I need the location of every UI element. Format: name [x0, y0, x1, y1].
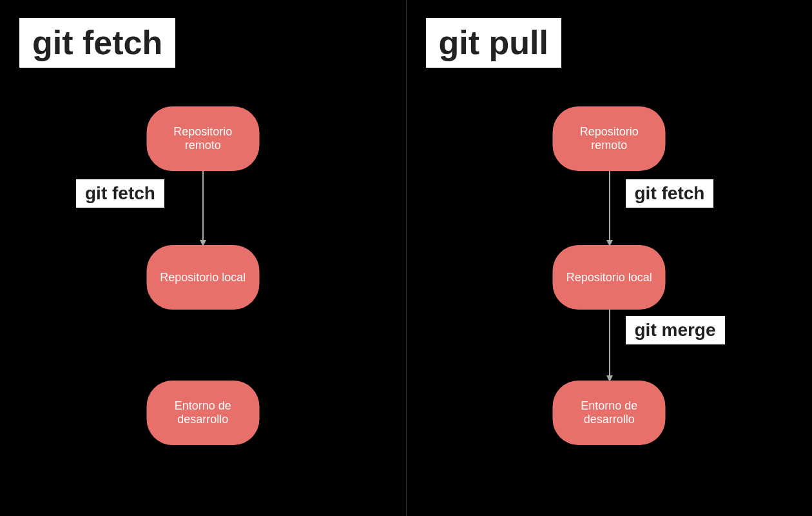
right-local-node: Repositorio local [553, 245, 666, 310]
left-fetch-label: git fetch [76, 179, 164, 208]
left-remote-node: Repositorio remoto [146, 106, 259, 171]
git-fetch-title-box: git fetch [19, 18, 175, 68]
git-pull-title: git pull [439, 24, 548, 61]
git-pull-title-box: git pull [426, 18, 561, 68]
git-fetch-diagram: git fetch Repositorio remoto git fetch R… [0, 0, 407, 516]
right-dev-node: Entorno de desarrollo [553, 381, 666, 445]
git-pull-diagram: git pull Repositorio remoto git fetch Re… [407, 0, 813, 516]
main-container: git fetch Repositorio remoto git fetch R… [0, 0, 812, 516]
right-merge-label: git merge [626, 316, 725, 344]
right-remote-node: Repositorio remoto [553, 106, 666, 171]
left-dev-node: Entorno de desarrollo [146, 381, 259, 445]
right-fetch-label: git fetch [626, 179, 714, 208]
git-fetch-title: git fetch [32, 24, 162, 61]
left-local-node: Repositorio local [146, 245, 259, 310]
